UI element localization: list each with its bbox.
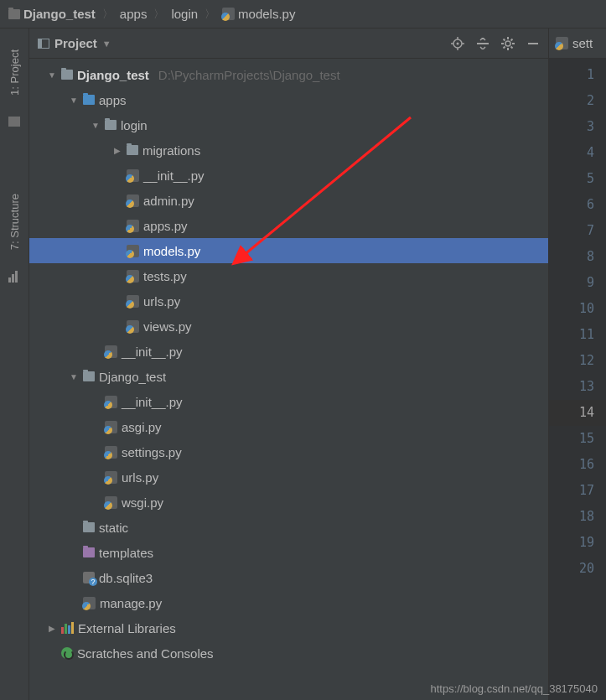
gutter-line[interactable]: 11: [549, 322, 606, 348]
breadcrumb-label: Django_test: [23, 7, 96, 21]
chevron-right-icon: 〉: [102, 7, 113, 22]
editor-strip: sett 1234567891011121314151617181920: [549, 29, 606, 700]
gutter-line[interactable]: 16: [549, 452, 606, 478]
tree-item-label: Django_test: [77, 68, 149, 82]
tree-row[interactable]: tests.py: [29, 263, 548, 288]
panel-header: Project ▼: [29, 29, 548, 59]
project-tab-icon: [8, 117, 20, 127]
chevron-down-icon: ▼: [102, 39, 111, 49]
editor-gutter[interactable]: 1234567891011121314151617181920: [549, 59, 606, 700]
library-icon: [61, 622, 74, 634]
tree-row[interactable]: settings.py: [29, 439, 548, 464]
tree-row[interactable]: urls.py: [29, 288, 548, 314]
tree-row[interactable]: ▼apps: [29, 87, 548, 112]
gutter-line[interactable]: 4: [549, 140, 606, 166]
breadcrumb-item-file[interactable]: models.py: [222, 7, 295, 21]
tree-toggle-icon[interactable]: ▶: [112, 146, 122, 155]
tree-item-label: settings.py: [122, 445, 182, 459]
hide-icon[interactable]: [526, 37, 540, 50]
tree-row[interactable]: ▶External Libraries: [29, 615, 548, 640]
gutter-line[interactable]: 5: [549, 166, 606, 192]
gutter-line[interactable]: 14: [549, 400, 606, 426]
gutter-line[interactable]: 15: [549, 426, 606, 452]
breadcrumb-item[interactable]: login: [171, 7, 198, 21]
tree-row[interactable]: ▼Django_testD:\PycharmProjects\Django_te…: [29, 62, 548, 87]
tree-item-label: templates: [99, 546, 153, 560]
tree-row[interactable]: db.sqlite3: [29, 565, 548, 590]
editor-tab-label: sett: [572, 36, 593, 50]
sidebar-tab-project[interactable]: 1: Project: [8, 49, 21, 96]
sidebar-tab-label: 7: Structure: [8, 194, 21, 250]
tree-toggle-icon[interactable]: ▼: [69, 372, 79, 381]
tree-row[interactable]: __init__.py: [29, 389, 548, 414]
gutter-line[interactable]: 2: [549, 88, 606, 114]
python-file-icon: [127, 245, 139, 257]
python-file-icon: [127, 169, 139, 182]
tree-toggle-icon[interactable]: ▼: [91, 121, 101, 130]
tree-row[interactable]: templates: [29, 540, 548, 565]
database-icon: [83, 572, 95, 583]
project-panel: Project ▼ ▼Django_testD:\PycharmProjects…: [29, 29, 549, 700]
breadcrumb-item-root[interactable]: Django_test: [8, 7, 96, 21]
project-tree[interactable]: ▼Django_testD:\PycharmProjects\Django_te…: [29, 59, 548, 700]
python-file-icon: [127, 270, 139, 283]
editor-tab[interactable]: sett: [549, 29, 606, 59]
tree-row[interactable]: ▼login: [29, 112, 548, 137]
panel-title[interactable]: Project ▼: [38, 36, 111, 50]
tree-item-label: Django_test: [99, 370, 166, 384]
gutter-line[interactable]: 7: [549, 218, 606, 244]
tree-toggle-icon[interactable]: ▶: [47, 624, 57, 633]
tree-item-label: __init__.py: [122, 395, 183, 409]
tree-row[interactable]: manage.py: [29, 590, 548, 615]
locate-icon[interactable]: [451, 37, 464, 50]
gutter-line[interactable]: 13: [549, 374, 606, 400]
gutter-line[interactable]: 3: [549, 114, 606, 140]
tree-toggle-icon[interactable]: ▼: [47, 70, 57, 80]
chevron-right-icon: 〉: [205, 7, 215, 22]
breadcrumb-item[interactable]: apps: [120, 7, 148, 21]
panel-title-label: Project: [54, 36, 97, 50]
svg-line-14: [504, 46, 505, 48]
gutter-line[interactable]: 12: [549, 348, 606, 374]
tree-row[interactable]: ▶migrations: [29, 137, 548, 163]
tree-row[interactable]: views.py: [29, 314, 548, 339]
collapse-all-icon[interactable]: [476, 37, 489, 50]
tree-item-label: Scratches and Consoles: [77, 646, 214, 661]
folder-icon: [83, 95, 95, 105]
tree-row[interactable]: models.py: [29, 238, 548, 263]
tree-row[interactable]: admin.py: [29, 188, 548, 213]
gutter-line[interactable]: 18: [549, 504, 606, 530]
python-file-icon: [222, 8, 235, 20]
scratches-icon: [61, 647, 73, 659]
tree-row[interactable]: asgi.py: [29, 414, 548, 439]
project-view-icon: [38, 39, 49, 49]
sidebar-tab-structure[interactable]: 7: Structure: [8, 194, 21, 250]
tree-row[interactable]: __init__.py: [29, 339, 548, 364]
tree-row[interactable]: wsgi.py: [29, 490, 548, 515]
gutter-line[interactable]: 17: [549, 478, 606, 504]
gutter-line[interactable]: 10: [549, 296, 606, 322]
folder-icon: [83, 371, 95, 381]
tree-toggle-icon[interactable]: ▼: [69, 96, 79, 105]
gutter-line[interactable]: 19: [549, 530, 606, 556]
chevron-right-icon: 〉: [153, 7, 164, 22]
tree-row[interactable]: __init__.py: [29, 163, 548, 188]
svg-point-7: [505, 41, 510, 46]
breadcrumb-label: models.py: [238, 7, 295, 21]
gutter-line[interactable]: 6: [549, 192, 606, 218]
tree-row[interactable]: static: [29, 515, 548, 540]
gear-icon[interactable]: [501, 37, 515, 50]
tree-item-label: models.py: [143, 244, 200, 258]
folder-icon: [127, 145, 138, 155]
gutter-line[interactable]: 9: [549, 270, 606, 296]
svg-line-15: [511, 39, 513, 40]
tree-row[interactable]: urls.py: [29, 464, 548, 490]
tree-row[interactable]: apps.py: [29, 213, 548, 238]
tree-row[interactable]: Scratches and Consoles: [29, 640, 548, 666]
tree-item-label: migrations: [142, 143, 200, 158]
gutter-line[interactable]: 20: [549, 556, 606, 582]
tree-item-label: login: [121, 118, 148, 132]
gutter-line[interactable]: 1: [549, 62, 606, 88]
tree-row[interactable]: ▼Django_test: [29, 364, 548, 389]
gutter-line[interactable]: 8: [549, 244, 606, 270]
